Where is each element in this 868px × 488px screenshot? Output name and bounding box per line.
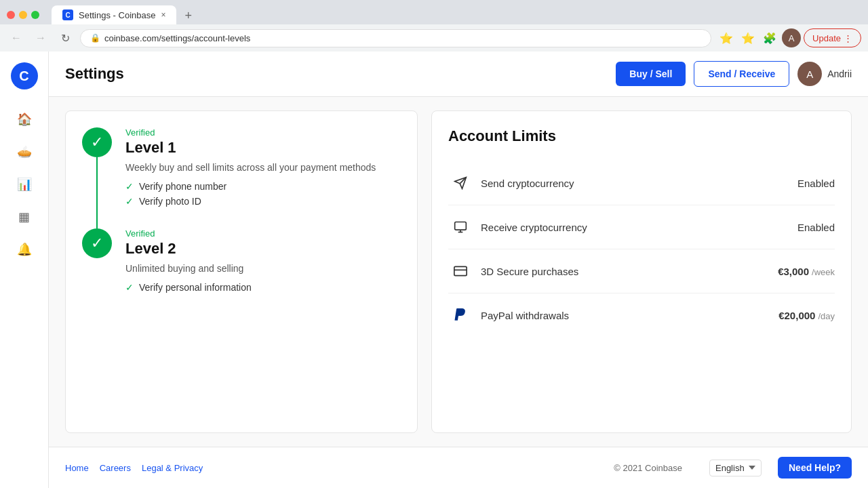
connector-line [96,157,98,228]
tab-title: Settings - Coinbase [79,10,155,20]
sidebar-item-home[interactable]: 🏠 [11,106,38,133]
tabs-bar: C Settings - Coinbase × + [52,5,196,24]
limits-panel: Account Limits Send cryptocurrency Enabl… [431,110,852,433]
level-2-connector: ✓ [82,228,112,314]
limit-row-send: Send cryptocurrency Enabled [448,161,835,205]
send-receive-button[interactable]: Send / Receive [694,61,789,87]
footer-link-legal[interactable]: Legal & Privacy [142,463,203,473]
update-button[interactable]: Update ⋮ [804,28,861,47]
level-2-status: Verified [125,228,401,239]
check-label: Verify photo ID [139,196,201,207]
limit-row-3dsecure: 3D Secure purchases €3,000/week [448,249,835,293]
check-icon: ✓ [125,282,134,293]
buy-sell-button[interactable]: Buy / Sell [616,62,686,86]
level-1-badge: ✓ [82,127,112,157]
limit-value-send: Enabled [797,178,835,189]
footer: Home Careers Legal & Privacy © 2021 Coin… [49,447,868,488]
level-2-checks: ✓ Verify personal information [125,282,401,293]
levels-panel: ✓ Verified Level 1 Weekly buy and sell l… [65,110,418,433]
page-title: Settings [65,65,616,83]
check-label: Verify personal information [139,282,252,293]
user-info: A Andrii [797,62,852,86]
send-icon [448,171,473,195]
footer-links: Home Careers Legal & Privacy [65,463,203,473]
close-dot[interactable] [7,11,15,19]
page-header: Settings Buy / Sell Send / Receive A And… [49,52,868,97]
footer-copyright: © 2021 Coinbase [614,463,682,473]
avatar: A [797,62,822,86]
maximize-dot[interactable] [31,11,39,19]
level-1-title: Level 1 [125,139,401,157]
level-1-content: Verified Level 1 Weekly buy and sell lim… [125,127,401,228]
lock-icon: 🔒 [90,33,100,43]
title-bar: C Settings - Coinbase × + [0,0,868,24]
tab-close-btn[interactable]: × [161,10,165,20]
sidebar: C 🏠 🥧 📊 ▦ 🔔 [0,52,49,488]
list-item: ✓ Verify personal information [125,282,401,293]
level-2-item: ✓ Verified Level 2 Unlimited buying and … [82,228,401,314]
sidebar-item-chart[interactable]: 🥧 [11,138,38,165]
nav-bar: ← → ↻ 🔒 coinbase.com/settings/account-le… [0,24,868,52]
header-actions: Buy / Sell Send / Receive A Andrii [616,61,852,87]
limit-value-paypal: €20,000/day [778,310,835,321]
paypal-icon [448,303,473,327]
limit-name-3dsecure: 3D Secure purchases [481,266,778,277]
svg-rect-2 [455,222,467,230]
level-1-item: ✓ Verified Level 1 Weekly buy and sell l… [82,127,401,228]
language-selector[interactable]: English [709,460,762,476]
tab-favicon: C [62,9,73,20]
list-item: ✓ Verify photo ID [125,196,401,207]
nav-actions: ⭐ ⭐ 🧩 A Update ⋮ [717,28,861,47]
level-1-description: Weekly buy and sell limits across all yo… [125,162,401,173]
extensions-button[interactable]: ⭐ [717,28,736,47]
bookmark-button[interactable]: ⭐ [738,28,757,47]
reload-button[interactable]: ↻ [56,28,75,47]
level-1-checks: ✓ Verify phone number ✓ Verify photo ID [125,181,401,207]
forward-button[interactable]: → [31,28,50,47]
level-2-badge: ✓ [82,228,112,258]
puzzle-button[interactable]: 🧩 [760,28,779,47]
limit-value-3dsecure: €3,000/week [778,266,835,277]
level-2-description: Unlimited buying and selling [125,263,401,274]
profile-avatar[interactable]: A [782,28,801,47]
svg-rect-5 [454,266,467,275]
sidebar-item-grid[interactable]: ▦ [11,203,38,230]
check-icon: ✓ [125,196,134,207]
content-area: ✓ Verified Level 1 Weekly buy and sell l… [49,97,868,447]
card-icon [448,259,473,283]
sidebar-item-trade[interactable]: 📊 [11,171,38,198]
minimize-dot[interactable] [19,11,27,19]
limit-name-paypal: PayPal withdrawals [481,310,778,321]
level-2-content: Verified Level 2 Unlimited buying and se… [125,228,401,314]
limit-row-paypal: PayPal withdrawals €20,000/day [448,293,835,337]
receive-icon [448,215,473,239]
need-help-button[interactable]: Need Help? [778,457,852,479]
footer-link-careers[interactable]: Careers [100,463,131,473]
address-bar[interactable]: 🔒 coinbase.com/settings/account-levels [80,29,711,47]
level-2-title: Level 2 [125,240,401,258]
active-tab[interactable]: C Settings - Coinbase × [52,5,176,24]
level-1-connector: ✓ [82,127,112,228]
check-icon: ✓ [125,181,134,192]
user-name: Andrii [827,68,852,79]
coinbase-logo[interactable]: C [11,62,38,89]
limit-value-receive: Enabled [797,222,835,233]
limit-row-receive: Receive cryptocurrency Enabled [448,205,835,249]
new-tab-button[interactable]: + [180,7,196,24]
back-button[interactable]: ← [7,28,26,47]
browser-chrome: C Settings - Coinbase × + ← → ↻ 🔒 coinba… [0,0,868,52]
list-item: ✓ Verify phone number [125,181,401,192]
language-selector-wrapper: English [709,460,762,476]
address-text: coinbase.com/settings/account-levels [104,33,250,43]
main-content: Settings Buy / Sell Send / Receive A And… [49,52,868,488]
window-controls [7,11,39,19]
check-label: Verify phone number [139,181,226,192]
sidebar-item-bell[interactable]: 🔔 [11,236,38,263]
app-container: C 🏠 🥧 📊 ▦ 🔔 Settings Buy / Sell Send / R… [0,52,868,488]
limit-name-receive: Receive cryptocurrency [481,222,797,233]
footer-link-home[interactable]: Home [65,463,89,473]
level-1-status: Verified [125,127,401,138]
limit-name-send: Send cryptocurrency [481,178,797,189]
limits-title: Account Limits [448,127,835,145]
